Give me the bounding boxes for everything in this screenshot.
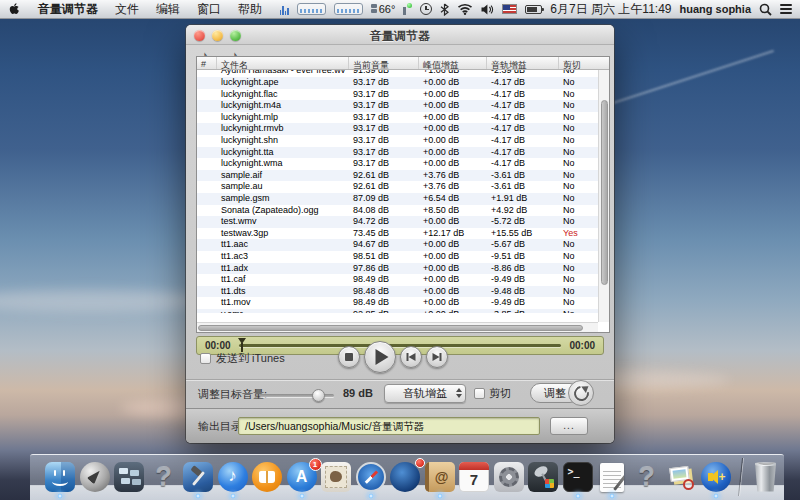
table-cell-name: luckynight.m4a: [217, 100, 349, 112]
dock-itunes[interactable]: [217, 456, 249, 498]
dock-preview[interactable]: [665, 456, 697, 498]
question-mark-icon: [149, 462, 179, 492]
table-row[interactable]: tt1.caf98.49 dB+0.00 dB-9.49 dBNo: [197, 274, 600, 286]
table-row[interactable]: v.amr92.85 dB+0.00 dB-3.85 dBNo: [197, 309, 600, 313]
next-track-button[interactable]: [426, 346, 448, 368]
table-row[interactable]: luckynight.flac93.17 dB+0.00 dB-4.17 dBN…: [197, 89, 600, 101]
send-to-itunes-checkbox[interactable]: [200, 353, 211, 364]
table-row[interactable]: sample.aif92.61 dB+3.76 dB-3.61 dBNo: [197, 170, 600, 182]
column-header-current-volume[interactable]: 当前音量: [349, 57, 419, 69]
table-row[interactable]: luckynight.ape93.17 dB+0.00 dB-4.17 dBNo: [197, 77, 600, 89]
menu-edit[interactable]: 编辑: [156, 1, 180, 18]
wifi-icon[interactable]: [457, 3, 473, 15]
dock-app-store[interactable]: 1: [286, 456, 318, 498]
dock-unknown-app-1[interactable]: [148, 456, 180, 498]
play-button[interactable]: [364, 341, 396, 373]
vertical-scrollbar-thumb[interactable]: [601, 100, 608, 285]
slider-thumb[interactable]: [312, 389, 325, 402]
dock-ibooks[interactable]: [251, 456, 283, 498]
horizontal-scrollbar-thumb[interactable]: [198, 325, 583, 331]
clip-checkbox[interactable]: [474, 388, 485, 399]
menubar-clock[interactable]: 6月7日 周六 上午11:49: [550, 1, 671, 18]
dock-launchpad[interactable]: [79, 456, 111, 498]
table-row[interactable]: luckynight.shn93.17 dB+0.00 dB-4.17 dBNo: [197, 135, 600, 147]
bluetooth-icon[interactable]: [440, 3, 449, 16]
monitor-widget-1[interactable]: [297, 3, 326, 15]
battery-icon[interactable]: [525, 5, 542, 14]
table-header[interactable]: # 文件名 当前音量 峰值增益 音轨增益 剪切: [197, 57, 609, 70]
notification-center-icon[interactable]: [780, 4, 792, 14]
dock-xcode[interactable]: [182, 456, 214, 498]
dock-globe-app[interactable]: [389, 456, 421, 498]
table-row[interactable]: luckynight.rmvb93.17 dB+0.00 dB-4.17 dBN…: [197, 123, 600, 135]
cpu-histogram-widget[interactable]: [280, 4, 289, 15]
column-header-peak-gain[interactable]: 峰值增益: [419, 57, 487, 69]
column-header-filename[interactable]: 文件名: [217, 57, 349, 69]
process-button[interactable]: [568, 380, 594, 406]
dock-safari[interactable]: [355, 456, 387, 498]
table-row[interactable]: sample.au92.61 dB+3.76 dB-3.61 dBNo: [197, 181, 600, 193]
seek-position-marker[interactable]: [238, 338, 246, 344]
table-row[interactable]: tt1.adx97.86 dB+0.00 dB-8.86 dBNo: [197, 263, 600, 275]
dock-calendar[interactable]: 7: [458, 456, 490, 498]
led-widget[interactable]: [403, 3, 412, 15]
browse-button[interactable]: ...: [550, 417, 588, 435]
table-row[interactable]: luckynight.mlp93.17 dB+0.00 dB-4.17 dBNo: [197, 112, 600, 124]
menu-window[interactable]: 窗口: [197, 1, 221, 18]
table-cell-track: -4.17 dB: [487, 123, 559, 135]
time-machine-icon[interactable]: [420, 3, 432, 15]
menubar-user[interactable]: huang sophia: [680, 3, 752, 15]
menu-app-name[interactable]: 音量调节器: [38, 1, 98, 18]
vertical-scrollbar[interactable]: [598, 70, 609, 322]
seek-groove[interactable]: [239, 344, 562, 347]
apple-menu-icon[interactable]: [8, 2, 21, 16]
table-row[interactable]: luckynight.tta93.17 dB+0.00 dB-4.17 dBNo: [197, 147, 600, 159]
clip-option[interactable]: 剪切: [474, 386, 511, 401]
column-header-track-gain[interactable]: 音轨增益: [487, 57, 559, 69]
previous-track-button[interactable]: [400, 346, 422, 368]
dock-unknown-app-2[interactable]: [631, 456, 663, 498]
dock-trash[interactable]: [750, 456, 782, 498]
menu-file[interactable]: 文件: [115, 1, 139, 18]
dock-volume-adjuster[interactable]: +: [700, 456, 732, 498]
monitor-widget-2[interactable]: [334, 3, 363, 15]
us-flag-icon[interactable]: [502, 4, 517, 14]
table-row[interactable]: tt1.mov98.49 dB+0.00 dB-9.49 dBNo: [197, 297, 600, 309]
table-cell-track: -4.17 dB: [487, 89, 559, 101]
dock-remote-desktop[interactable]: [527, 456, 559, 498]
column-header-clip[interactable]: 剪切: [559, 57, 600, 69]
table-row[interactable]: tt1.ac398.51 dB+0.00 dB-9.51 dBNo: [197, 251, 600, 263]
table-cell-name: tt1.dts: [217, 286, 349, 298]
table-row[interactable]: sample.gsm87.09 dB+6.54 dB+1.91 dBNo: [197, 193, 600, 205]
horizontal-scrollbar[interactable]: [197, 322, 598, 332]
table-cell-track: -8.86 dB: [487, 263, 559, 275]
bottom-bar: 输出目录: /Users/huangsophia/Music/音量调节器 ...: [186, 408, 614, 443]
launchpad-icon: [80, 462, 110, 492]
menu-help[interactable]: 帮助: [238, 1, 262, 18]
column-header-index[interactable]: #: [197, 57, 217, 69]
table-row[interactable]: Sonata (Zapateado).ogg84.08 dB+8.50 dB+4…: [197, 205, 600, 217]
output-dir-field[interactable]: /Users/huangsophia/Music/音量调节器: [238, 417, 540, 435]
stop-button[interactable]: [338, 346, 360, 368]
search-icon[interactable]: [759, 3, 772, 16]
send-to-itunes-option[interactable]: 发送到 iTunes: [200, 351, 285, 366]
dock-system-preferences[interactable]: [493, 456, 525, 498]
dock-mail[interactable]: [320, 456, 352, 498]
temperature-widget[interactable]: 66°: [371, 3, 396, 15]
table-row[interactable]: tt1.dts98.48 dB+0.00 dB-9.48 dBNo: [197, 286, 600, 298]
title-bar[interactable]: 音量调节器: [186, 25, 614, 45]
target-volume-slider[interactable]: [260, 394, 334, 397]
volume-icon[interactable]: [481, 4, 494, 15]
table-row[interactable]: luckynight.wma93.17 dB+0.00 dB-4.17 dBNo: [197, 158, 600, 170]
dock-contacts[interactable]: [424, 456, 456, 498]
table-row[interactable]: luckynight.m4a93.17 dB+0.00 dB-4.17 dBNo: [197, 100, 600, 112]
dock-textedit[interactable]: [596, 456, 628, 498]
table-row[interactable]: tt1.aac94.67 dB+0.00 dB-5.67 dBNo: [197, 239, 600, 251]
dock-finder[interactable]: [44, 456, 76, 498]
dock-terminal[interactable]: [562, 456, 594, 498]
gain-mode-select[interactable]: 音轨增益: [384, 384, 466, 403]
table-row[interactable]: testwav.3gp73.45 dB+12.17 dB+15.55 dBYes: [197, 228, 600, 240]
dock-mission-control[interactable]: [113, 456, 145, 498]
table-row[interactable]: Ayumi Hamasaki - ever free.wv91.39 dB+1.…: [197, 70, 600, 77]
table-row[interactable]: test.wmv94.72 dB+0.00 dB-5.72 dBNo: [197, 216, 600, 228]
